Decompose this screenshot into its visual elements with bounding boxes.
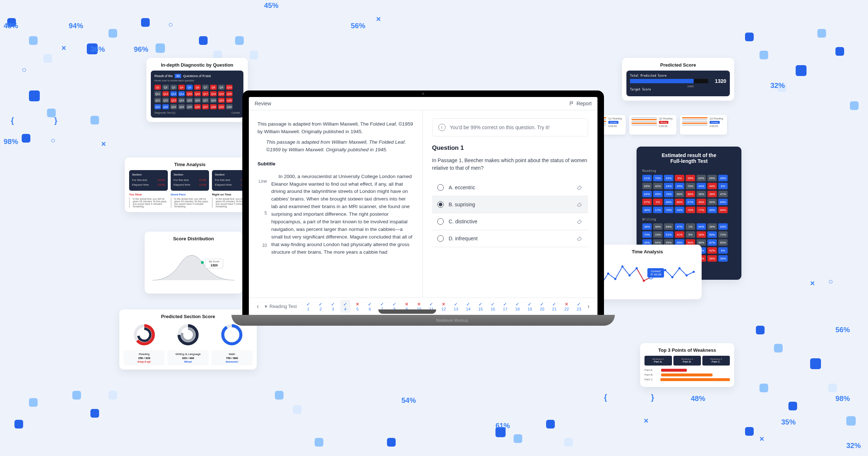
nav-item-20[interactable]: ✓20 bbox=[537, 300, 547, 313]
predicted-score-card: Predicted Score Total Predicted Score 13… bbox=[622, 58, 734, 101]
nav-item-18[interactable]: ✓18 bbox=[512, 300, 523, 313]
pct-label: 56% bbox=[351, 22, 365, 30]
eraser-icon[interactable] bbox=[576, 218, 583, 225]
laptop-mockup: Review Report This passage is adapted fr… bbox=[231, 90, 615, 340]
hint-box: i You'd be 99% correct on this question.… bbox=[432, 118, 588, 136]
weakness-card: Top 3 Points of Weakness Weakness 1Part … bbox=[640, 343, 734, 387]
choice-b[interactable]: B. suprising bbox=[432, 196, 588, 213]
pct-label: 36% bbox=[90, 45, 105, 54]
pct-label: 98% bbox=[4, 138, 18, 146]
nav-prev[interactable]: ‹ bbox=[254, 303, 262, 310]
nav-item-16[interactable]: ✓16 bbox=[488, 300, 498, 313]
nav-item-13[interactable]: ✓13 bbox=[451, 300, 461, 313]
nav-item-5[interactable]: ✕5 bbox=[353, 300, 363, 313]
nav-item-1[interactable]: ✓1 bbox=[303, 300, 314, 313]
nav-section-label[interactable]: ▾ Reading Test bbox=[265, 304, 301, 309]
passage-text: In 2000, a neuroscientist at University … bbox=[271, 173, 414, 256]
choice-d[interactable]: D. infrequent bbox=[432, 230, 588, 247]
nav-item-19[interactable]: ✓19 bbox=[525, 300, 535, 313]
nav-item-22[interactable]: ✕22 bbox=[562, 300, 572, 313]
pct-label: 56% bbox=[835, 326, 850, 334]
svg-point-14 bbox=[629, 274, 631, 276]
diagnostic-header: Result of the 30 Questions of R.test bbox=[154, 74, 240, 78]
nav-item-12[interactable]: ✕12 bbox=[439, 300, 449, 313]
nav-item-15[interactable]: ✓15 bbox=[476, 300, 486, 313]
nav-item-3[interactable]: ✓3 bbox=[328, 300, 338, 313]
my-score-label: My Score bbox=[209, 260, 220, 263]
pct-label: 96% bbox=[134, 45, 148, 54]
pct-label: 48% bbox=[4, 22, 18, 30]
question-pane: i You'd be 99% correct on this question.… bbox=[422, 110, 598, 297]
report-button[interactable]: Report bbox=[569, 101, 592, 106]
info-icon: i bbox=[438, 124, 446, 131]
pct-label: 98% bbox=[835, 394, 850, 403]
pct-label: 48% bbox=[691, 394, 705, 403]
passage-pane: This passage is adapted from William Max… bbox=[249, 110, 422, 297]
my-score-value: 1320 bbox=[210, 263, 218, 267]
pct-label: 35% bbox=[781, 418, 796, 426]
pct-label: 32% bbox=[770, 81, 785, 90]
radio-icon bbox=[437, 218, 444, 225]
svg-point-20 bbox=[693, 271, 695, 273]
svg-point-15 bbox=[635, 267, 638, 269]
pct-label: 45% bbox=[264, 1, 278, 10]
score-distribution-card: Score Distribution My Score 1320 bbox=[145, 232, 242, 294]
radio-icon bbox=[437, 201, 444, 208]
svg-point-7 bbox=[182, 329, 194, 341]
pct-label: 94% bbox=[69, 22, 83, 30]
pct-label: 32% bbox=[846, 442, 861, 450]
pct-label: 54% bbox=[401, 396, 416, 405]
question-text: In Passage 1, Beecher makes which point … bbox=[432, 157, 588, 172]
flag-icon bbox=[569, 101, 574, 106]
nav-item-21[interactable]: ✓21 bbox=[549, 300, 559, 313]
svg-point-17 bbox=[671, 276, 673, 278]
nav-item-23[interactable]: ✓23 bbox=[574, 300, 582, 313]
svg-point-19 bbox=[685, 274, 688, 276]
svg-point-21 bbox=[643, 280, 645, 282]
eraser-icon[interactable] bbox=[576, 184, 583, 191]
eraser-icon[interactable] bbox=[576, 201, 583, 208]
eraser-icon[interactable] bbox=[576, 235, 583, 242]
nav-item-2[interactable]: ✓2 bbox=[316, 300, 326, 313]
choice-c[interactable]: C. distinctive bbox=[432, 213, 588, 230]
diagnostic-title: In-depth Diagnostic by Question bbox=[151, 62, 243, 68]
choice-a[interactable]: A. eccentric bbox=[432, 179, 588, 196]
nav-item-17[interactable]: ✓17 bbox=[500, 300, 510, 313]
pct-label: 61% bbox=[495, 422, 510, 430]
question-title: Question 1 bbox=[432, 144, 588, 152]
svg-point-16 bbox=[664, 269, 666, 271]
svg-point-18 bbox=[678, 267, 681, 269]
nav-next[interactable]: › bbox=[584, 303, 592, 310]
radio-icon bbox=[437, 184, 444, 191]
review-label: Review bbox=[255, 101, 271, 106]
nav-item-4[interactable]: ✓4 bbox=[340, 300, 350, 313]
nav-item-14[interactable]: ✓14 bbox=[463, 300, 473, 313]
svg-point-13 bbox=[621, 265, 624, 267]
nav-item-6[interactable]: ✓6 bbox=[365, 300, 375, 313]
passage-subtitle: Subtitle bbox=[258, 160, 414, 168]
svg-point-4 bbox=[138, 329, 150, 341]
radio-icon bbox=[437, 235, 444, 242]
svg-point-0 bbox=[201, 261, 204, 264]
